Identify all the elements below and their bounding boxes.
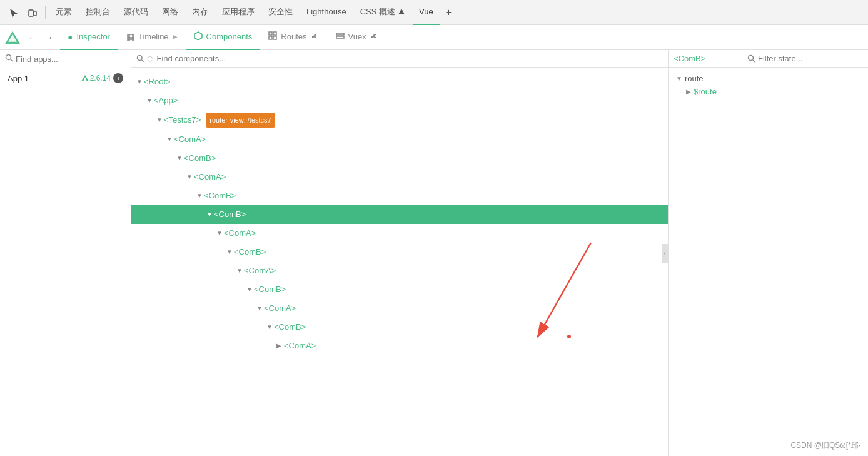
filter-state-input[interactable] <box>758 54 863 63</box>
version-text: 2.6.14 <box>90 74 111 83</box>
device-toggle-icon[interactable] <box>24 4 41 21</box>
add-tab-button[interactable]: + <box>441 7 457 18</box>
vuex-icon <box>336 31 345 42</box>
tab-css-overview[interactable]: CSS 概述 <box>354 0 411 25</box>
tree-node-coma-2[interactable]: ▼ <ComA> <box>131 168 668 186</box>
nav-back-button[interactable]: ← <box>25 30 40 45</box>
tree-node-coma-3[interactable]: ▼ <ComA> <box>131 224 668 243</box>
tree-tag: <ComB> <box>234 245 266 259</box>
divider <box>45 6 46 19</box>
filter-input-area <box>747 54 863 63</box>
tree-node-root[interactable]: ▼ <Root> <box>131 73 668 91</box>
selected-component-label: <ComB> <box>674 54 705 63</box>
vue-tab-components[interactable]: Components <box>186 25 260 50</box>
tab-network[interactable]: 网络 <box>156 0 184 25</box>
vue-tab-routes[interactable]: Routes <box>261 25 326 50</box>
router-view-badge: router-view: /testcs7 <box>206 113 275 128</box>
tree-arrow: ▼ <box>196 189 204 203</box>
routes-label: Routes <box>281 32 306 41</box>
svg-rect-1 <box>34 11 36 16</box>
vue-tab-inspector[interactable]: ● Inspector <box>60 25 118 50</box>
tree-arrow: ▼ <box>246 283 254 296</box>
svg-rect-9 <box>273 36 276 39</box>
inspector-label: Inspector <box>76 32 109 41</box>
tree-tag: <App> <box>154 94 178 108</box>
routes-icon <box>268 31 277 42</box>
tree-node-comb-5[interactable]: ▼ <ComB> <box>131 318 668 337</box>
tree-node-comb-4[interactable]: ▼ <ComB> <box>131 280 668 299</box>
routes-puzzle-icon <box>311 33 320 41</box>
apps-search-input[interactable] <box>16 54 126 64</box>
tree-node-coma-6[interactable]: ▶ <ComA> <box>131 337 668 355</box>
route-label: route <box>685 74 704 83</box>
tab-sources[interactable]: 源代码 <box>118 0 154 25</box>
tree-node-comb-2[interactable]: ▼ <ComB> <box>131 186 668 205</box>
sroute-label: $route <box>694 87 717 96</box>
tree-node-comb-3[interactable]: ▼ <ComB> <box>131 243 668 261</box>
tree-tag: <ComA> <box>264 301 296 315</box>
svg-marker-5 <box>194 32 202 40</box>
component-search-input[interactable] <box>157 54 664 63</box>
tree-arrow: ▼ <box>176 151 184 165</box>
vue-tab-vuex[interactable]: Vuex <box>328 25 386 50</box>
tree-node-coma-4[interactable]: ▼ <ComA> <box>131 261 668 280</box>
tab-vue[interactable]: Vue <box>413 0 440 25</box>
vuex-puzzle-icon <box>370 33 379 41</box>
tree-node-coma-5[interactable]: ▼ <ComA> <box>131 299 668 318</box>
tree-arrow: ▼ <box>186 170 194 184</box>
tab-console[interactable]: 控制台 <box>79 0 116 25</box>
component-tree-panel: ◌ ▼ <Root> ▼ <App> ▼ <box>131 50 668 456</box>
nav-forward-button[interactable]: → <box>41 30 56 45</box>
tree-node-app[interactable]: ▼ <App> <box>131 91 668 110</box>
devtools-toolbar: 元素 控制台 源代码 网络 内存 应用程序 安全性 Lighthouse CSS… <box>0 0 868 25</box>
vue-tab-timeline[interactable]: ▦ Timeline ▶ <box>119 25 185 50</box>
route-expand-arrow: ▼ <box>676 75 682 82</box>
tree-tag: <ComA> <box>244 264 276 278</box>
component-search-icon <box>136 54 144 63</box>
warning-icon: i <box>113 73 123 83</box>
state-tree: ▼ route ▶ $route <box>669 68 868 456</box>
tab-application[interactable]: 应用程序 <box>216 0 261 25</box>
state-inspector-panel: <ComB> ▼ route ▶ $route <box>668 50 868 456</box>
components-label: Components <box>206 32 253 41</box>
tree-tag: <ComA> <box>194 170 226 184</box>
apps-panel: App 1 2.6.14 i <box>0 50 131 456</box>
component-tree: ▼ <Root> ▼ <App> ▼ <Testcs7> router-view… <box>131 68 668 456</box>
svg-point-16 <box>137 56 142 61</box>
vuex-label: Vuex <box>348 32 366 41</box>
tab-elements[interactable]: 元素 <box>49 0 78 25</box>
svg-rect-10 <box>336 33 344 35</box>
tree-arrow: ▼ <box>146 94 154 108</box>
warning-triangle-icon <box>398 8 405 16</box>
tree-arrow: ▼ <box>166 133 174 146</box>
filter-search-icon <box>747 54 755 63</box>
tree-tag: <ComA> <box>284 339 316 353</box>
svg-rect-8 <box>273 32 276 35</box>
app-item[interactable]: App 1 2.6.14 i <box>0 68 131 88</box>
tree-tag: <ComB> <box>184 151 216 165</box>
tree-node-coma-1[interactable]: ▼ <ComA> <box>131 130 668 149</box>
tab-memory[interactable]: 内存 <box>186 0 214 25</box>
svg-rect-0 <box>29 10 33 16</box>
nav-back-fwd: ← → <box>25 30 56 45</box>
cursor-icon[interactable] <box>5 4 23 21</box>
svg-line-17 <box>141 59 143 61</box>
tree-tag: <ComA> <box>224 226 256 240</box>
tree-node-comb-1[interactable]: ▼ <ComB> <box>131 149 668 168</box>
watermark: CSDN @旧QSω[*邱· <box>790 440 860 451</box>
tree-tag: <Testcs7> <box>164 113 201 127</box>
arrow-right-icon: ▶ <box>173 33 178 40</box>
tree-arrow: ▼ <box>206 208 214 221</box>
tree-arrow: ▼ <box>216 226 224 240</box>
tree-node-coma-selected[interactable]: ▼ <ComB> <box>131 205 668 224</box>
route-section-header[interactable]: ▼ route <box>676 73 860 84</box>
svg-point-12 <box>6 55 11 60</box>
tree-tag: <ComB> <box>254 283 286 296</box>
tab-security[interactable]: 安全性 <box>262 0 299 25</box>
sroute-item[interactable]: ▶ $route <box>686 84 860 96</box>
state-header: <ComB> <box>669 50 868 68</box>
tree-node-testcs7[interactable]: ▼ <Testcs7> router-view: /testcs7 <box>131 110 668 130</box>
tab-lighthouse[interactable]: Lighthouse <box>300 0 353 25</box>
svg-point-21 <box>749 56 754 61</box>
panel-collapse-handle[interactable]: ‹ <box>662 244 668 263</box>
